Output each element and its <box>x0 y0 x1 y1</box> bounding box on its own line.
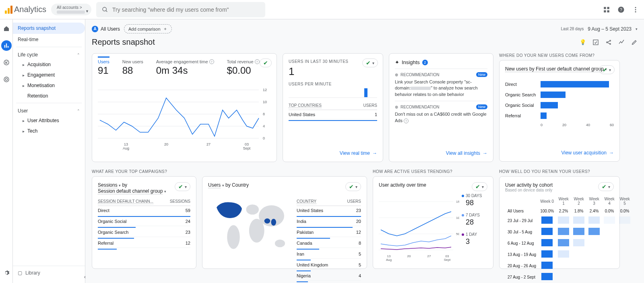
home-icon[interactable] <box>1 23 12 34</box>
collapse-sidebar-icon[interactable]: ‹ <box>84 274 86 280</box>
sidebar-item-acquisition[interactable]: ▸Acquisition <box>13 59 85 70</box>
svg-text:20: 20 <box>407 254 411 258</box>
view-realtime-link[interactable]: View real time→ <box>289 146 377 156</box>
card-quality-check[interactable]: ✔▾ <box>345 182 361 191</box>
customize-icon[interactable] <box>592 39 599 46</box>
card-quality-check[interactable]: ✔▾ <box>599 65 615 74</box>
help-icon[interactable]: ? <box>617 6 625 13</box>
table-row[interactable]: India20 <box>297 217 361 226</box>
view-all-insights-link[interactable]: View all insights→ <box>395 146 487 156</box>
table-row[interactable]: United States1 <box>289 110 377 119</box>
date-range-picker[interactable]: Last 28 days 9 Aug – 5 Sept 2023 ▾ <box>561 26 638 32</box>
share-icon[interactable] <box>605 39 612 46</box>
edit-icon[interactable] <box>631 39 638 46</box>
table-row[interactable]: Canada8 <box>297 239 361 248</box>
sidebar-item-retention[interactable]: Retention <box>13 91 85 101</box>
arrow-right-icon: → <box>609 150 614 156</box>
svg-rect-13 <box>7 46 8 48</box>
recommendation-item[interactable]: ⊕RECOMMENDATIONNew Don't miss out on a C… <box>395 101 487 127</box>
insights-count-badge: 2 <box>422 60 428 65</box>
sessions-dimension-picker[interactable]: Session default channel group <box>98 188 163 194</box>
apps-icon[interactable] <box>603 6 610 13</box>
table-row[interactable]: Nigeria4 <box>297 271 361 281</box>
table-row[interactable]: United States23 <box>297 206 361 215</box>
metric-new-users[interactable]: New users 88 <box>122 59 143 76</box>
top-bar-actions: ? <box>603 6 639 13</box>
sidebar-item-monetisation[interactable]: ▸Monetisation <box>13 80 85 91</box>
geo-metric-picker[interactable]: Users <box>208 182 221 188</box>
sidebar-group-user[interactable]: User ⌃ <box>13 105 85 115</box>
advertising-icon[interactable] <box>1 74 12 85</box>
svg-point-44 <box>264 218 270 224</box>
chevron-down-icon: ▾ <box>636 27 638 31</box>
users-line-chart: 12 10 8 4 0 13 Aug 20 27 03 Sept <box>98 82 271 150</box>
table-row[interactable]: United Kingdom5 <box>297 260 361 270</box>
sidebar-group-lifecycle[interactable]: Life cycle ⌃ <box>13 49 85 59</box>
more-icon[interactable] <box>632 6 639 13</box>
acquisition-bar-row[interactable]: Direct <box>505 81 614 87</box>
table-row[interactable]: Direct59 <box>98 206 190 215</box>
sessions-metric-picker[interactable]: Sessions <box>98 182 118 188</box>
user-activity-chart: 150 100 50 13 Aug 20 27 03 Sept <box>379 194 459 264</box>
sidebar-item-engagement[interactable]: ▸Engagement <box>13 70 85 80</box>
table-row[interactable]: Referral12 <box>98 239 190 248</box>
svg-rect-37 <box>364 88 367 97</box>
admin-settings-icon[interactable] <box>1 268 12 278</box>
chevron-down-icon: ▼ <box>85 10 89 14</box>
geo-section: Users ▾ by Country ✔▾ <box>202 169 367 269</box>
recommendation-item[interactable]: ⊕RECOMMENDATIONNew Link your Search Cons… <box>395 69 487 101</box>
acquisition-bar-row[interactable]: Organic Social <box>505 102 614 108</box>
view-acquisition-link[interactable]: View user acquisition→ <box>505 146 614 156</box>
segment-badge: A <box>92 26 98 32</box>
search-bar[interactable] <box>96 2 265 17</box>
search-icon <box>102 6 108 13</box>
explore-icon[interactable] <box>1 57 12 68</box>
card-quality-check[interactable]: ✔ <box>260 58 272 67</box>
card-quality-check[interactable]: ✔▾ <box>472 182 487 191</box>
svg-text:27: 27 <box>427 254 431 258</box>
svg-text:?: ? <box>620 7 622 12</box>
account-picker[interactable]: All accounts > ▼ <box>51 4 91 15</box>
table-row[interactable]: Organic Search23 <box>98 228 190 237</box>
chevron-down-icon: ▾ <box>372 61 374 65</box>
svg-text:20: 20 <box>164 142 168 146</box>
table-row[interactable]: Organic Social24 <box>98 217 190 226</box>
plus-box-icon: ⊕ <box>395 105 398 109</box>
info-icon[interactable]: ? <box>255 59 260 64</box>
reports-icon[interactable] <box>1 40 12 51</box>
svg-rect-17 <box>593 40 598 45</box>
segment-all-users[interactable]: A All Users <box>92 26 120 32</box>
table-row[interactable]: Iran5 <box>297 250 361 259</box>
metric-avg-engagement[interactable]: Average engagement time ? 0m 34s <box>156 59 214 76</box>
table-row[interactable]: Pakistan12 <box>297 228 361 237</box>
redacted-domain <box>411 87 431 90</box>
card-quality-check[interactable]: ✔▾ <box>362 58 378 67</box>
card-quality-check[interactable]: ✔▾ <box>175 182 190 191</box>
sidebar-item-realtime[interactable]: Real-time <box>13 34 85 45</box>
library-link[interactable]: ▢ Library <box>13 266 85 280</box>
plus-box-icon: ⊕ <box>395 73 398 77</box>
sidebar-item-reports-snapshot[interactable]: Reports snapshot <box>13 23 85 34</box>
cohort-table: Week 0Week 1Week 2Week 3Week 4Week 5All … <box>505 195 633 283</box>
svg-rect-3 <box>607 7 609 9</box>
info-icon[interactable]: ? <box>209 59 214 64</box>
svg-point-41 <box>246 204 259 214</box>
sidebar-item-user-attributes[interactable]: ▸User Attributes <box>13 115 85 126</box>
users-per-minute-chart <box>289 86 377 98</box>
svg-rect-12 <box>6 44 6 48</box>
acquisition-bar-row[interactable]: Organic Search <box>505 92 614 98</box>
search-input[interactable] <box>112 6 260 13</box>
acquisition-dimension-picker[interactable]: New users by First user default channel … <box>505 66 614 72</box>
info-icon[interactable]: ? <box>404 119 409 123</box>
metric-total-revenue[interactable]: Total revenue ? $0.00 <box>227 59 260 76</box>
insights-bulb-icon[interactable]: 💡 <box>580 39 586 46</box>
metric-users[interactable]: Users 91 <box>98 59 109 76</box>
svg-text:Aug: Aug <box>123 146 129 150</box>
sidebar-item-tech[interactable]: ▸Tech <box>13 126 85 136</box>
add-comparison-button[interactable]: Add comparison ＋ <box>124 24 172 33</box>
card-quality-check[interactable]: ✔▾ <box>598 182 614 191</box>
product-name: Analytics <box>14 5 46 14</box>
logo: Analytics <box>5 5 46 14</box>
acquisition-bar-row[interactable]: Referral <box>505 112 614 119</box>
compare-icon[interactable] <box>618 39 625 46</box>
